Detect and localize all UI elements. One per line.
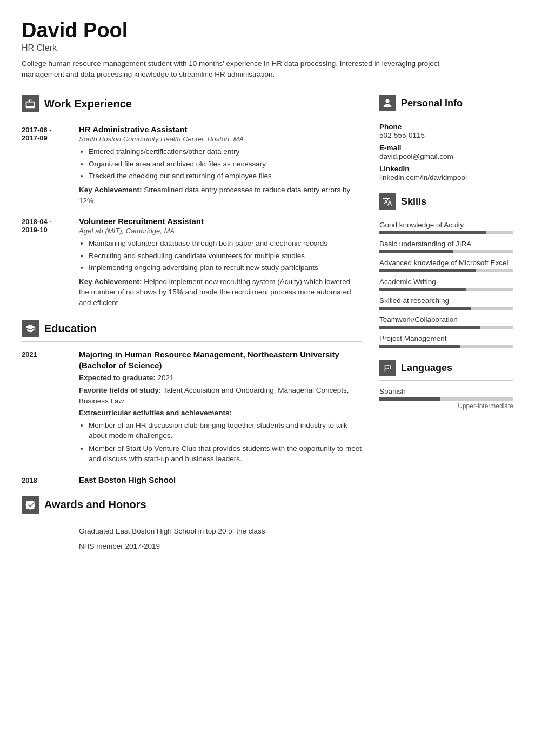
skills-section: Skills Good knowledge of AcuityBasic und… — [379, 193, 513, 348]
skill-bar-fill — [379, 269, 476, 272]
work-dates: 2017-06 - 2017-09 — [22, 125, 69, 206]
edu-bullet-item: Member of an HR discussion club bringing… — [89, 420, 362, 441]
edu-content: Majoring in Human Resource Management, N… — [79, 349, 362, 467]
work-company: AgeLab (MIT), Cambridge, MA — [79, 227, 362, 235]
skill-bar-bg — [379, 345, 513, 348]
personal-info-section: Personal Info Phone 502-555-0115 E-mail … — [379, 95, 513, 181]
languages-title: Languages — [401, 362, 452, 374]
education-header: Education — [22, 320, 362, 337]
work-entries-container: 2017-06 - 2017-09HR Administrative Assis… — [22, 125, 362, 308]
briefcase-icon — [22, 95, 39, 112]
graduation-icon — [22, 320, 39, 337]
edu-year: 2021 — [22, 349, 69, 467]
awards-header: Awards and Honors — [22, 496, 362, 514]
skill-bar-bg — [379, 307, 513, 310]
work-experience-section: Work Experience 2017-06 - 2017-09HR Admi… — [22, 95, 362, 308]
work-entry: 2017-06 - 2017-09HR Administrative Assis… — [22, 125, 362, 206]
skill-item: Project Management — [379, 334, 513, 348]
work-bullet-item: Tracked the checking out and returning o… — [89, 171, 362, 181]
resume-wrapper: David Pool HR Clerk College human resour… — [0, 0, 535, 583]
work-bullets: Maintaining volunteer database through b… — [79, 238, 362, 273]
candidate-title: HR Clerk — [22, 43, 513, 53]
personal-info-header: Personal Info — [379, 95, 513, 111]
languages-divider — [379, 380, 513, 381]
skills-title: Skills — [401, 196, 426, 207]
award-spacer — [22, 526, 69, 537]
skill-name: Teamwork/Collaboration — [379, 315, 513, 323]
skill-item: Advanced knowledge of Microsoft Excel — [379, 259, 513, 272]
work-bullet-item: Maintaining volunteer database through b… — [89, 238, 362, 249]
award-spacer — [22, 541, 69, 552]
skill-bar-fill — [379, 326, 480, 329]
work-bullet-item: Entered trainings/certifications/other d… — [89, 146, 362, 157]
work-job-title: Volunteer Recruitment Assistant — [79, 217, 362, 226]
education-title: Education — [44, 322, 97, 335]
work-experience-header: Work Experience — [22, 95, 362, 112]
language-item: SpanishUpper-intermediate — [379, 387, 513, 410]
skill-item: Skilled at researching — [379, 296, 513, 310]
skill-name: Basic understanding of JIRA — [379, 240, 513, 248]
edu-expected: Expected to graduate: 2021 — [79, 373, 362, 383]
skill-item: Basic understanding of JIRA — [379, 240, 513, 253]
edu-divider — [22, 341, 362, 342]
work-content: Volunteer Recruitment AssistantAgeLab (M… — [79, 217, 362, 308]
award-entry: Graduated East Boston High School in top… — [22, 526, 362, 537]
work-achievement: Key Achievement: Helped implement new re… — [79, 276, 362, 308]
email-label: E-mail — [379, 144, 513, 152]
awards-divider — [22, 518, 362, 518]
education-section: Education 2021Majoring in Human Resource… — [22, 320, 362, 484]
edu-extra-label: Extracurricular activities and achieveme… — [79, 408, 362, 418]
skill-bar-fill — [379, 288, 466, 291]
edu-content: East Boston High School — [79, 475, 362, 484]
languages-section: Languages SpanishUpper-intermediate — [379, 360, 513, 410]
personal-info-title: Personal Info — [401, 98, 463, 109]
edu-bullet-item: Member of Start Up Venture Club that pro… — [89, 443, 362, 464]
awards-section: Awards and Honors Graduated East Boston … — [22, 496, 362, 552]
work-bullet-item: Recruiting and scheduling candidate volu… — [89, 251, 362, 261]
edu-entries-container: 2021Majoring in Human Resource Managemen… — [22, 349, 362, 484]
skills-divider — [379, 214, 513, 214]
awards-title: Awards and Honors — [44, 498, 146, 511]
award-content: Graduated East Boston High School in top… — [79, 526, 362, 537]
skills-container: Good knowledge of AcuityBasic understand… — [379, 221, 513, 348]
skill-item: Academic Writing — [379, 278, 513, 291]
skill-bar-fill — [379, 231, 486, 234]
skill-name: Good knowledge of Acuity — [379, 221, 513, 229]
skill-bar-bg — [379, 326, 513, 329]
work-entry: 2018-04 - 2019-10Volunteer Recruitment A… — [22, 217, 362, 308]
edu-year: 2018 — [22, 475, 69, 484]
language-level: Upper-intermediate — [379, 402, 513, 410]
award-content: NHS member 2017-2019 — [79, 541, 362, 552]
language-bar-fill — [379, 397, 440, 401]
skill-bar-fill — [379, 345, 460, 348]
skill-bar-fill — [379, 250, 453, 253]
candidate-name: David Pool — [22, 19, 513, 42]
left-column: Work Experience 2017-06 - 2017-09HR Admi… — [22, 95, 362, 564]
phone-value: 502-555-0115 — [379, 131, 513, 139]
language-bar-bg — [379, 397, 513, 401]
edu-bullets: Member of an HR discussion club bringing… — [79, 420, 362, 464]
skill-bar-bg — [379, 231, 513, 234]
linkedin-label: LinkedIn — [379, 165, 513, 173]
skill-name: Academic Writing — [379, 278, 513, 286]
edu-favorite: Favorite fields of study: Talent Acquisi… — [79, 385, 362, 406]
skill-item: Teamwork/Collaboration — [379, 315, 513, 329]
candidate-summary: College human resource management studen… — [22, 58, 465, 80]
awards-container: Graduated East Boston High School in top… — [22, 526, 362, 552]
edu-entry: 2018East Boston High School — [22, 475, 362, 484]
email-value: david.pool@gmail.com — [379, 152, 513, 160]
skills-icon — [379, 193, 396, 210]
work-company: South Boston Community Health Center, Bo… — [79, 135, 362, 143]
work-bullet-item: Implementing ongoing advertising plan to… — [89, 262, 362, 273]
skills-header: Skills — [379, 193, 513, 210]
skill-bar-bg — [379, 250, 513, 253]
languages-header: Languages — [379, 360, 513, 376]
languages-container: SpanishUpper-intermediate — [379, 387, 513, 410]
skill-bar-fill — [379, 307, 471, 310]
phone-label: Phone — [379, 123, 513, 131]
skill-name: Skilled at researching — [379, 296, 513, 305]
language-icon — [379, 360, 396, 376]
main-columns: Work Experience 2017-06 - 2017-09HR Admi… — [22, 95, 513, 564]
work-divider — [22, 117, 362, 117]
edu-degree: Majoring in Human Resource Management, N… — [79, 349, 362, 370]
